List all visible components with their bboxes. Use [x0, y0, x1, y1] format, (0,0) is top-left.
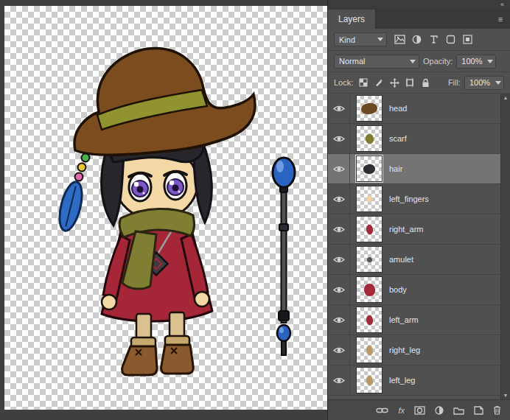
- layer-row[interactable]: right_arm: [328, 214, 500, 245]
- delete-layer-icon[interactable]: [493, 405, 501, 415]
- fill-value: 100%: [469, 78, 490, 87]
- lock-row: Lock: Fill: 100%: [328, 72, 510, 94]
- blend-mode-dropdown[interactable]: Normal: [334, 55, 419, 69]
- layers-panel: « Layers ≡ Kind: [327, 0, 510, 420]
- layer-row[interactable]: left_leg: [328, 365, 500, 396]
- smart-object-filter-icon[interactable]: [460, 32, 475, 46]
- lock-image-pixels-icon[interactable]: [372, 76, 385, 90]
- opacity-value: 100%: [461, 57, 482, 66]
- scroll-up-icon[interactable]: ▲: [503, 95, 509, 100]
- lock-all-icon[interactable]: [419, 76, 432, 90]
- visibility-toggle[interactable]: [328, 245, 350, 274]
- eye-icon: [333, 195, 345, 203]
- add-layer-mask-icon[interactable]: [414, 406, 425, 415]
- eye-icon: [333, 377, 345, 385]
- lock-transparent-pixels-icon[interactable]: [357, 76, 370, 90]
- visibility-toggle[interactable]: [328, 275, 350, 304]
- document-canvas[interactable]: [4, 6, 327, 410]
- workspace: [0, 0, 327, 420]
- opacity-field[interactable]: 100%: [456, 55, 496, 69]
- scroll-down-icon[interactable]: ▼: [503, 393, 509, 398]
- visibility-toggle[interactable]: [328, 154, 350, 183]
- eye-icon: [333, 225, 345, 234]
- visibility-toggle[interactable]: [328, 184, 350, 214]
- layer-thumbnail-art: [366, 375, 374, 385]
- new-group-icon[interactable]: [453, 406, 464, 415]
- layer-thumbnail-art: [363, 163, 376, 174]
- eye-icon: [333, 135, 345, 143]
- new-layer-icon[interactable]: [474, 406, 483, 415]
- layer-thumbnail[interactable]: [356, 186, 382, 212]
- adjustment-layers-filter-icon[interactable]: [409, 32, 425, 46]
- lock-artboard-icon[interactable]: [403, 76, 416, 90]
- layer-thumbnail[interactable]: [356, 95, 382, 122]
- tab-layers[interactable]: Layers: [328, 10, 376, 29]
- visibility-toggle[interactable]: [328, 94, 350, 123]
- layer-name: left_fingers: [389, 195, 429, 203]
- layer-thumbnail[interactable]: [356, 276, 382, 303]
- layer-row[interactable]: right_leg: [328, 335, 500, 365]
- chevron-down-icon: [495, 81, 501, 85]
- panel-tab-bar: Layers ≡: [328, 10, 510, 29]
- lock-position-icon[interactable]: [388, 76, 401, 90]
- layer-thumbnail-art: [363, 283, 375, 297]
- shape-layers-filter-icon[interactable]: [443, 32, 458, 46]
- lock-label: Lock:: [334, 78, 353, 87]
- layer-list-container: head scarf hair: [328, 94, 510, 399]
- panel-header-strip: «: [328, 0, 510, 10]
- layer-thumbnail[interactable]: [356, 337, 382, 363]
- layer-thumbnail[interactable]: [356, 246, 382, 273]
- visibility-toggle[interactable]: [328, 124, 350, 153]
- layer-row[interactable]: scarf: [328, 124, 500, 154]
- kind-dropdown[interactable]: Kind: [334, 32, 387, 46]
- layer-name: scarf: [389, 134, 407, 143]
- link-layers-icon[interactable]: [376, 407, 388, 414]
- blend-row: Normal Opacity: 100%: [328, 51, 510, 72]
- eye-icon: [333, 316, 345, 324]
- visibility-toggle[interactable]: [328, 214, 350, 244]
- feather-shape: [55, 180, 86, 233]
- layer-row[interactable]: body: [328, 275, 500, 305]
- layer-name: body: [389, 285, 407, 294]
- layers-bottom-bar: fx: [328, 399, 510, 420]
- layer-effects-icon[interactable]: fx: [398, 406, 405, 415]
- fill-field[interactable]: 100%: [464, 76, 504, 90]
- lock-icon-group: [357, 76, 432, 90]
- chevron-down-icon: [410, 60, 416, 63]
- layer-name: right_arm: [389, 225, 423, 234]
- layer-thumbnail[interactable]: [356, 216, 382, 242]
- layer-row[interactable]: left_fingers: [328, 184, 500, 214]
- layer-thumbnail[interactable]: [356, 125, 382, 152]
- layer-row[interactable]: head: [328, 94, 500, 124]
- visibility-toggle[interactable]: [328, 365, 350, 395]
- layer-thumbnail-art: [365, 133, 374, 144]
- eye-icon: [333, 346, 345, 354]
- layer-thumbnail[interactable]: [356, 155, 382, 182]
- opacity-label: Opacity:: [423, 57, 453, 66]
- layer-name: hair: [389, 164, 402, 173]
- layer-thumbnail[interactable]: [356, 307, 382, 333]
- layer-thumbnail-art: [366, 195, 372, 202]
- visibility-toggle[interactable]: [328, 335, 350, 365]
- pixel-layers-filter-icon[interactable]: [392, 32, 408, 46]
- layer-thumbnail[interactable]: [356, 367, 382, 393]
- eye-icon: [333, 286, 345, 294]
- panel-menu-icon[interactable]: ≡: [491, 10, 510, 29]
- chevron-down-icon: [487, 60, 493, 63]
- filter-row: Kind: [328, 29, 510, 51]
- eye-icon: [333, 165, 345, 173]
- layer-row[interactable]: amulet: [328, 245, 500, 275]
- layer-thumbnail-art: [366, 224, 374, 234]
- layer-row[interactable]: left_arm: [328, 305, 500, 335]
- visibility-toggle[interactable]: [328, 305, 350, 335]
- layer-row[interactable]: hair: [328, 154, 500, 184]
- character-artwork: [4, 6, 327, 410]
- new-adjustment-layer-icon[interactable]: [435, 406, 444, 415]
- left-boot-shape: [161, 345, 194, 374]
- blend-mode-value: Normal: [339, 57, 365, 66]
- collapse-panels-icon[interactable]: «: [500, 1, 504, 8]
- type-layers-filter-icon[interactable]: [426, 32, 441, 46]
- tab-bar-spacer: [376, 10, 491, 29]
- layer-list-scrollbar[interactable]: ▲ ▼: [500, 94, 510, 399]
- left-hand-shape: [102, 295, 116, 309]
